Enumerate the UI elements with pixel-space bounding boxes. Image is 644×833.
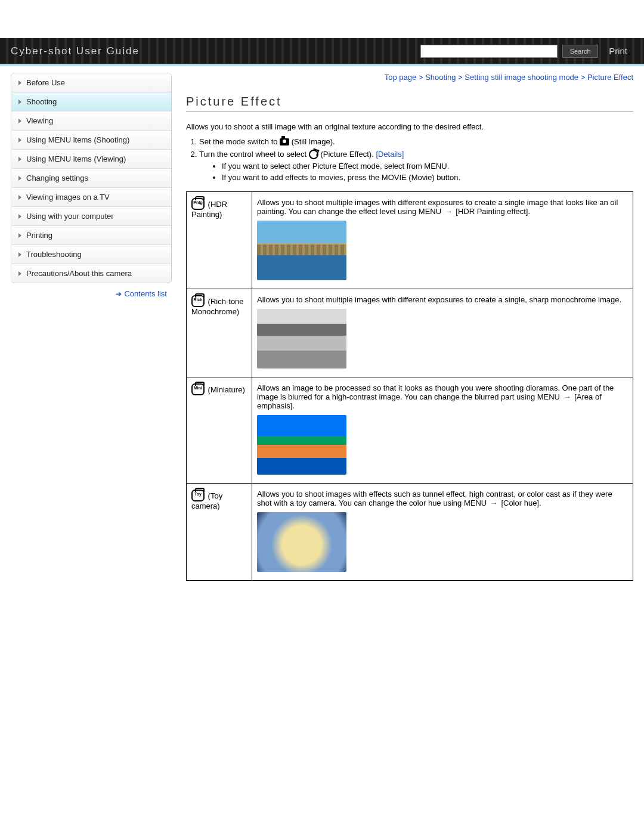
nav-item-label: Using MENU items (Viewing)	[26, 154, 126, 163]
effect-desc-a: Allows you to shoot images with effects …	[257, 490, 612, 507]
nav-item-10[interactable]: Precautions/About this camera	[11, 264, 171, 283]
effect-desc-cell: Allows an image to be processed so that …	[252, 377, 633, 484]
breadcrumb-sep: >	[458, 73, 465, 82]
nav-menu: Before UseShootingViewingUsing MENU item…	[11, 73, 172, 283]
sample-image	[257, 415, 346, 475]
chevron-right-icon	[18, 252, 21, 257]
nav-item-label: Viewing	[26, 116, 53, 125]
step-2-text-b: (Picture Effect).	[320, 150, 376, 159]
chevron-right-icon	[18, 119, 21, 123]
contents-list-link[interactable]: Contents list	[124, 289, 167, 298]
breadcrumb-link-1[interactable]: Shooting	[425, 73, 456, 82]
sample-image	[257, 512, 346, 572]
nav-item-6[interactable]: Viewing images on a TV	[11, 188, 171, 207]
search-button[interactable]: Search	[562, 45, 598, 58]
steps-list: Set the mode switch to (Still Image). Tu…	[186, 137, 633, 182]
nav-item-label: Viewing images on a TV	[26, 193, 110, 202]
sample-image	[257, 309, 346, 368]
breadcrumb-sep: >	[419, 73, 425, 82]
table-row: Toy (Toy camera)Allows you to shoot imag…	[187, 484, 633, 581]
mode-icon: Mini	[191, 383, 205, 395]
effect-desc-cell: Allows you to shoot images with effects …	[252, 484, 633, 581]
table-row: Mini (Miniature)Allows an image to be pr…	[187, 377, 633, 484]
breadcrumb-link-0[interactable]: Top page	[385, 73, 417, 82]
nav-item-label: Shooting	[26, 97, 57, 106]
effect-desc-b: [HDR Painting effect].	[454, 207, 530, 216]
chevron-right-icon	[18, 157, 21, 162]
nav-item-5[interactable]: Changing settings	[11, 169, 171, 188]
nav-item-label: Printing	[26, 231, 52, 240]
mode-icon: Rich	[191, 295, 205, 307]
effect-desc-a: Allows you to shoot multiple images with…	[257, 198, 618, 216]
print-button[interactable]: Print	[603, 46, 633, 56]
nav-item-2[interactable]: Viewing	[11, 112, 171, 131]
table-row: Rich (Rich-tone Monochrome)Allows you to…	[187, 289, 633, 377]
effect-desc-cell: Allows you to shoot multiple images with…	[252, 289, 633, 377]
sidebar: Before UseShootingViewingUsing MENU item…	[11, 73, 172, 581]
nav-item-3[interactable]: Using MENU items (Shooting)	[11, 131, 171, 150]
nav-item-0[interactable]: Before Use	[11, 73, 171, 92]
step-2-sublist: If you want to select other Picture Effe…	[211, 162, 633, 182]
site-title: Cyber-shot User Guide	[11, 45, 140, 57]
arrow-right-icon: →	[564, 392, 571, 401]
title-divider	[186, 111, 633, 112]
search-input[interactable]	[420, 45, 558, 58]
effect-mode-cell: Mini (Miniature)	[187, 377, 252, 484]
breadcrumb-sep: >	[581, 73, 587, 82]
effect-mode-cell: Toy (Toy camera)	[187, 484, 252, 581]
nav-item-7[interactable]: Using with your computer	[11, 207, 171, 226]
picture-effect-icon	[309, 150, 318, 159]
chevron-right-icon	[18, 214, 21, 219]
sample-image	[257, 221, 346, 280]
header: Cyber-shot User Guide Search Print	[0, 38, 644, 64]
nav-item-8[interactable]: Printing	[11, 226, 171, 245]
breadcrumb: Top page > Shooting > Setting still imag…	[186, 73, 633, 82]
nav-item-4[interactable]: Using MENU items (Viewing)	[11, 150, 171, 169]
breadcrumb-link-3[interactable]: Picture Effect	[587, 73, 633, 82]
step-1: Set the mode switch to (Still Image).	[199, 137, 633, 146]
table-row: Pntg (HDR Painting)Allows you to shoot m…	[187, 192, 633, 289]
mode-icon: Toy	[191, 490, 205, 501]
chevron-right-icon	[18, 80, 21, 85]
chevron-right-icon	[18, 233, 21, 238]
chevron-right-icon	[18, 138, 21, 143]
details-link[interactable]: [Details]	[376, 150, 404, 159]
nav-item-label: Using MENU items (Shooting)	[26, 135, 129, 144]
nav-item-label: Before Use	[26, 78, 65, 87]
effect-desc-a: Allows an image to be processed so that …	[257, 383, 614, 401]
nav-item-label: Precautions/About this camera	[26, 269, 132, 278]
chevron-right-icon	[18, 176, 21, 181]
page-title: Picture Effect	[186, 95, 633, 109]
sub-2: If you want to add effects to movies, pr…	[222, 173, 633, 182]
chevron-right-icon	[18, 100, 21, 104]
arrow-right-icon: →	[445, 207, 453, 216]
nav-item-1[interactable]: Shooting	[11, 92, 171, 112]
nav-item-label: Changing settings	[26, 174, 88, 182]
step-1-text-a: Set the mode switch to	[199, 137, 280, 146]
step-1-text-b: (Still Image).	[292, 137, 335, 146]
breadcrumb-link-2[interactable]: Setting still image shooting mode	[465, 73, 578, 82]
nav-item-label: Using with your computer	[26, 212, 114, 221]
effects-table: Pntg (HDR Painting)Allows you to shoot m…	[186, 191, 633, 581]
intro-text: Allows you to shoot a still image with a…	[186, 122, 633, 131]
step-2-text-a: Turn the control wheel to select	[199, 150, 309, 159]
arrow-right-icon: ➔	[116, 290, 122, 298]
sub-1: If you want to select other Picture Effe…	[222, 162, 633, 171]
nav-item-9[interactable]: Troubleshooting	[11, 245, 171, 264]
camera-icon	[280, 138, 289, 145]
chevron-right-icon	[18, 195, 21, 200]
effect-desc-b: [Color hue].	[499, 498, 541, 507]
effect-desc-cell: Allows you to shoot multiple images with…	[252, 192, 633, 289]
chevron-right-icon	[18, 271, 21, 276]
effect-desc-a: Allows you to shoot multiple images with…	[257, 295, 621, 304]
mode-icon: Pntg	[191, 198, 205, 210]
effect-mode-cell: Pntg (HDR Painting)	[187, 192, 252, 289]
nav-item-label: Troubleshooting	[26, 250, 82, 259]
step-2: Turn the control wheel to select (Pictur…	[199, 150, 633, 182]
effect-mode-cell: Rich (Rich-tone Monochrome)	[187, 289, 252, 377]
arrow-right-icon: →	[490, 498, 498, 507]
main-content: Top page > Shooting > Setting still imag…	[186, 73, 633, 581]
effect-name: (Miniature)	[206, 385, 245, 394]
